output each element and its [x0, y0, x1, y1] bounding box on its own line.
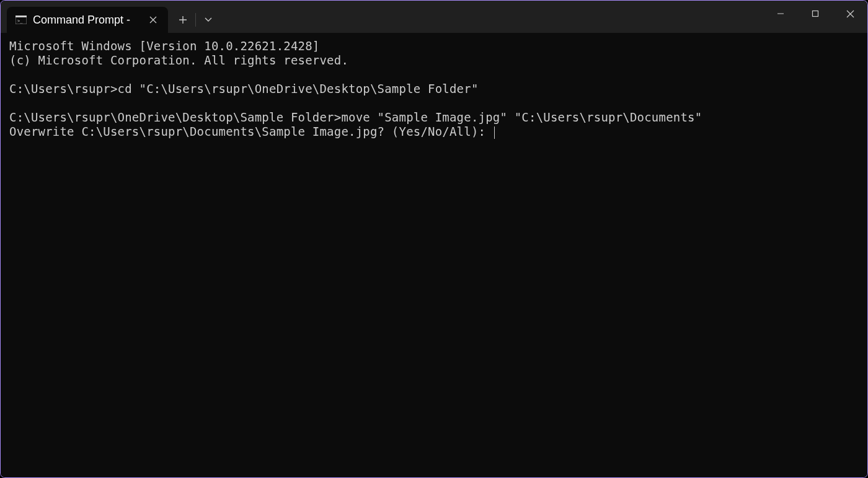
tab-command-prompt[interactable]: >_ Command Prompt - — [7, 7, 168, 33]
close-icon — [846, 10, 854, 18]
minimize-icon — [777, 10, 784, 17]
plus-icon — [179, 15, 187, 24]
terminal-line: Microsoft Windows [Version 10.0.22621.24… — [9, 39, 319, 53]
window-controls — [763, 1, 867, 27]
chevron-down-icon — [205, 17, 212, 22]
terminal-content[interactable]: Microsoft Windows [Version 10.0.22621.24… — [1, 33, 867, 477]
svg-rect-1 — [16, 15, 27, 17]
cmd-icon: >_ — [16, 15, 27, 24]
terminal-line: Overwrite C:\Users\rsupr\Documents\Sampl… — [9, 125, 493, 138]
tab-dropdown-button[interactable] — [196, 7, 221, 33]
close-icon — [149, 16, 157, 24]
maximize-icon — [812, 10, 819, 17]
new-tab-button[interactable] — [170, 7, 195, 33]
tab-close-button[interactable] — [147, 14, 159, 26]
minimize-button[interactable] — [763, 1, 798, 27]
terminal-line: (c) Microsoft Corporation. All rights re… — [9, 53, 348, 67]
titlebar: >_ Command Prompt - — [1, 1, 867, 33]
close-window-button[interactable] — [833, 1, 867, 27]
tab-title: Command Prompt - — [33, 14, 141, 27]
terminal-line: C:\Users\rsupr>cd "C:\Users\rsupr\OneDri… — [9, 82, 479, 95]
svg-rect-8 — [813, 11, 818, 17]
svg-text:>_: >_ — [17, 19, 23, 24]
terminal-line: C:\Users\rsupr\OneDrive\Desktop\Sample F… — [9, 110, 702, 124]
cursor — [494, 126, 495, 139]
tab-region: >_ Command Prompt - — [1, 1, 221, 33]
tab-actions — [170, 7, 221, 33]
maximize-button[interactable] — [798, 1, 833, 27]
